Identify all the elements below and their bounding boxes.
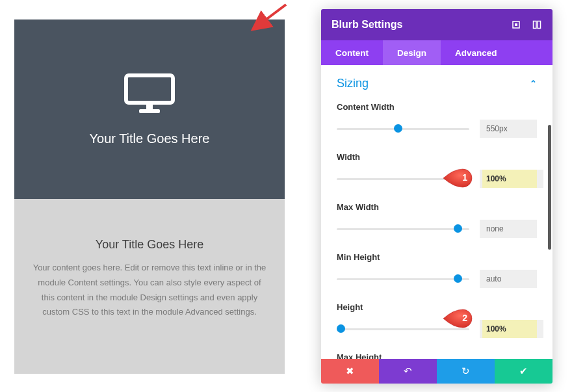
panel-tabs: Content Design Advanced: [321, 40, 552, 65]
redo-button[interactable]: ↻: [437, 359, 495, 384]
max-width-slider[interactable]: [337, 224, 469, 233]
preview-title: Your Title Goes Here: [90, 131, 210, 146]
svg-rect-5: [515, 23, 517, 26]
min-height-slider[interactable]: [337, 274, 469, 283]
panel-header[interactable]: Blurb Settings: [321, 9, 552, 40]
preview-hero: Your Title Goes Here: [14, 20, 285, 199]
option-label: Width: [337, 152, 537, 162]
min-height-value[interactable]: auto: [480, 270, 537, 288]
height-value[interactable]: 100%: [480, 320, 537, 338]
svg-rect-7: [538, 21, 541, 29]
option-max-width: Max Width none: [337, 202, 537, 238]
svg-rect-1: [146, 103, 153, 109]
svg-rect-6: [534, 21, 537, 29]
module-preview: Your Title Goes Here Your Title Goes Her…: [14, 20, 285, 374]
close-icon: ✖: [346, 365, 354, 377]
snap-icon[interactable]: [532, 20, 542, 30]
cancel-button[interactable]: ✖: [321, 359, 379, 384]
option-label: Max Height: [337, 352, 537, 359]
tab-content[interactable]: Content: [321, 40, 383, 65]
svg-line-3: [255, 5, 286, 28]
expand-icon[interactable]: [511, 20, 521, 30]
monitor-icon: [124, 73, 176, 117]
content-width-value[interactable]: 550px: [480, 120, 537, 138]
callout-1: 1: [442, 168, 473, 189]
save-button[interactable]: ✔: [495, 359, 552, 384]
option-max-height: Max Height: [337, 352, 537, 359]
callout-2: 2: [442, 308, 473, 329]
blurb-settings-panel: Blurb Settings Content Design Advanced S…: [321, 9, 552, 384]
content-width-slider[interactable]: [337, 124, 469, 133]
callout-number: 2: [462, 313, 467, 323]
panel-footer: ✖ ↶ ↻ ✔: [321, 359, 552, 384]
option-label: Content Width: [337, 102, 537, 112]
option-content-width: Content Width 550px: [337, 102, 537, 138]
panel-scrollbar[interactable]: [548, 125, 551, 250]
tab-design[interactable]: Design: [383, 40, 441, 65]
undo-icon: ↶: [404, 365, 412, 377]
section-sizing-header[interactable]: Sizing ⌃: [337, 77, 537, 90]
max-width-value[interactable]: none: [480, 220, 537, 238]
preview-body: Your Title Goes Here Your content goes h…: [14, 199, 285, 374]
width-value[interactable]: 100%: [480, 170, 537, 188]
option-label: Max Width: [337, 202, 537, 212]
panel-body: Sizing ⌃ Content Width 550px Width 100%: [321, 65, 552, 359]
section-title: Sizing: [337, 77, 369, 90]
option-height: Height 100%: [337, 302, 537, 338]
annotation-arrow: [250, 2, 289, 33]
option-label: Height: [337, 302, 537, 312]
redo-icon: ↻: [462, 365, 470, 377]
callout-number: 1: [462, 172, 467, 183]
svg-rect-2: [139, 109, 160, 113]
chevron-up-icon: ⌃: [530, 79, 537, 88]
tab-advanced[interactable]: Advanced: [441, 40, 512, 65]
option-width: Width 100%: [337, 152, 537, 188]
svg-rect-0: [126, 75, 173, 103]
option-label: Min Height: [337, 252, 537, 262]
panel-title: Blurb Settings: [332, 19, 402, 31]
check-icon: ✔: [519, 365, 528, 377]
option-min-height: Min Height auto: [337, 252, 537, 288]
undo-button[interactable]: ↶: [379, 359, 437, 384]
preview-body-text: Your content goes here. Edit or remove t…: [32, 261, 266, 320]
preview-subtitle: Your Title Goes Here: [32, 238, 266, 252]
